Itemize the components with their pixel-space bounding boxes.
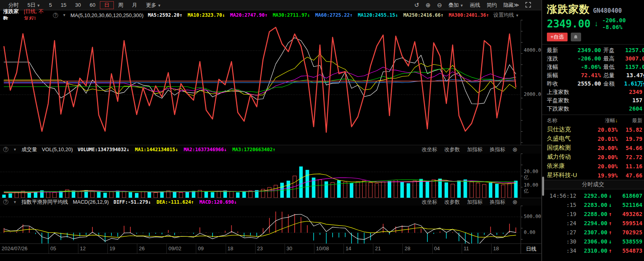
count-label: 下跌家数 <box>547 105 569 113</box>
ma-legend-items: MA5:2592.20↑MA10:2323.70↓MA20:2747.90↑MA… <box>148 12 489 18</box>
period-tab-60[interactable]: 60 <box>85 2 100 8</box>
tool-简约[interactable]: 简约 <box>486 2 497 9</box>
indicator-value: MA60:2725.22↑ <box>315 12 353 18</box>
help-icon[interactable]: ? <box>3 147 8 152</box>
x-axis-label: 28 <box>402 244 432 253</box>
trade-volume: 702925 <box>615 229 642 236</box>
stock-name: 国缆检测 <box>547 144 589 152</box>
panel-scrollbar-thumb[interactable] <box>542 177 544 196</box>
stock-row-贝仕达克[interactable]: 贝仕达克20.03%15.82 <box>547 125 642 134</box>
macd-header: ? ▼ 指数平滑异同平均线 MACD(26,12,9) DIFF:-51.279… <box>0 198 541 206</box>
indicator-value: MA30:2711.97↓ <box>273 12 310 18</box>
zoom-in-icon[interactable]: ⊕ <box>425 2 431 8</box>
price-change: -206.00-8.06% <box>602 17 626 31</box>
close-indicator-icon[interactable]: ⊗ <box>512 199 517 206</box>
alert-bell-button[interactable] <box>571 33 581 41</box>
chevron-down-icon[interactable]: ▼ <box>13 200 17 204</box>
period-indicator: 日线 <box>521 244 541 253</box>
fullscreen-icon[interactable] <box>525 2 531 8</box>
stat-label: 最新 <box>547 46 565 55</box>
indicator-value: VOLUME:1347394032↓ <box>78 147 129 152</box>
panel-title: 涨跌家数 <box>547 2 590 16</box>
macd-links: 改坐标改参数加指标换指标 ⊗ <box>422 199 517 206</box>
add-watchlist-button[interactable]: +自选 <box>547 33 568 41</box>
pane-link-加指标[interactable]: 加指标 <box>467 146 482 153</box>
pane-link-改参数[interactable]: 改参数 <box>444 146 460 153</box>
indicator-value: DEA:-111.624↑ <box>156 199 194 205</box>
period-tab-更多[interactable]: 更多▼ <box>142 1 166 9</box>
tool-隐藏≫[interactable]: 隐藏≫ <box>503 2 519 9</box>
help-icon[interactable]: ? <box>53 13 58 18</box>
pane-link-加指标[interactable]: 加指标 <box>467 199 482 206</box>
indicator-value: MA2:1637346966↓ <box>183 147 226 152</box>
stock-pct: 20.00% <box>589 154 618 160</box>
volume-pane[interactable]: 20.00亿10.00亿 <box>0 154 541 198</box>
period-tab-15[interactable]: 15 <box>56 2 70 8</box>
main-chart-pane[interactable]: 4000.002000.00 <box>0 20 541 145</box>
pane-link-改坐标[interactable]: 改坐标 <box>422 199 437 206</box>
stock-row-国缆检测[interactable]: 国缆检测20.00%54.66 <box>547 143 642 152</box>
stock-name: 依米康 <box>547 162 589 170</box>
stock-pct: 20.00% <box>589 163 618 169</box>
stock-row-依米康[interactable]: 依米康20.00%11.16 <box>547 162 642 171</box>
period-tab-30[interactable]: 30 <box>71 2 85 8</box>
macd-section-title: 指数平滑异同平均线 <box>21 199 68 206</box>
chevron-down-icon[interactable]: ▼ <box>62 13 66 17</box>
stock-row-星环科技-U[interactable]: 星环科技-U19.99%47.66 <box>547 171 642 180</box>
pane-link-改坐标[interactable]: 改坐标 <box>422 146 437 153</box>
indicator-value: MA250:2416.66↑ <box>403 12 443 18</box>
trade-volume: 599514 <box>615 220 642 226</box>
tool-画线[interactable]: 画线 <box>470 2 480 9</box>
volume-header: ? ▼ 成交量 VOL(5,10,20) VOLUME:1347394032↓M… <box>0 145 541 154</box>
pane-link-换指标[interactable]: 换指标 <box>490 146 505 153</box>
chart-tools: ↺ ⊕ ⊖ 叠加▼画线简约隐藏≫ <box>414 2 531 9</box>
trade-price: 2294.00 <box>576 220 607 226</box>
stat-label: 昨收 <box>547 80 565 88</box>
count-row: 下跌家数2604 <box>547 105 642 113</box>
help-icon[interactable]: ? <box>3 199 8 205</box>
zoom-out-icon[interactable]: ⊖ <box>437 2 442 8</box>
stat-label: 开盘 <box>603 46 622 55</box>
stock-pct: 20.03% <box>589 127 618 133</box>
x-axis-label: 18 <box>226 244 255 253</box>
table-header: 名称 涨幅↓ 最新 <box>547 116 642 125</box>
trade-direction-icon: ↓ <box>607 238 615 245</box>
stock-pct: 19.99% <box>589 172 618 179</box>
x-axis-label: 26 <box>137 244 166 253</box>
period-tab-周[interactable]: 周 <box>114 1 128 9</box>
count-label: 平盘家数 <box>547 96 569 105</box>
close-indicator-icon[interactable]: ⊗ <box>512 146 517 153</box>
stock-last: 19.79 <box>618 136 642 142</box>
chevron-down-icon[interactable]: ▼ <box>13 148 17 152</box>
volume-y-axis: 20.00亿10.00亿 <box>521 154 541 198</box>
ma-settings-button[interactable]: 设置均线 ▼ <box>493 12 519 19</box>
stock-row-威力传动[interactable]: 威力传动20.00%72.72 <box>547 152 642 162</box>
y-axis-label: 10.00亿 <box>524 182 541 195</box>
trade-row: 14:56:122292.00↓618607 <box>547 191 642 200</box>
period-tab-5[interactable]: 5 <box>45 2 56 8</box>
stat-value: 3007.00 <box>624 55 644 63</box>
trade-time: :30 <box>547 238 576 245</box>
macd-pane[interactable]: 500.000.00 <box>0 206 541 243</box>
period-tab-日[interactable]: 日 <box>100 1 114 9</box>
x-axis-labels: 2024/07/260512192609/020918233010/081421… <box>0 244 521 253</box>
stock-row-久盛电气[interactable]: 久盛电气20.01%19.79 <box>547 134 642 143</box>
stat-value: 1.61万亿 <box>624 80 644 88</box>
time-and-sales: 14:56:122292.00↓618607:152283.00↓521164:… <box>547 191 642 255</box>
undo-icon[interactable]: ↺ <box>414 2 420 8</box>
pane-link-改参数[interactable]: 改参数 <box>444 199 460 206</box>
main-legend-row: 涨跌家数 [日线, 不复权] ? ▼ MA(5,10,20,30,60,120,… <box>0 10 541 20</box>
x-axis-label: 18 <box>491 244 521 253</box>
period-tab-月[interactable]: 月 <box>128 1 142 9</box>
trade-direction-icon: ↑ <box>607 220 615 226</box>
x-axis-label: 09/02 <box>166 244 196 253</box>
stat-value: 2349.00 <box>568 46 601 55</box>
volume-chart-svg <box>0 154 521 198</box>
trade-time: :34 <box>547 247 576 254</box>
pane-link-换指标[interactable]: 换指标 <box>490 199 505 206</box>
x-axis-label: 30 <box>285 244 314 253</box>
tool-叠加[interactable]: 叠加▼ <box>448 2 463 9</box>
ma-group-label: MA(5,10,20,30,60,120,250,300) <box>70 12 144 18</box>
stock-pct: 20.00% <box>589 145 618 151</box>
main-chart-svg <box>0 20 521 145</box>
